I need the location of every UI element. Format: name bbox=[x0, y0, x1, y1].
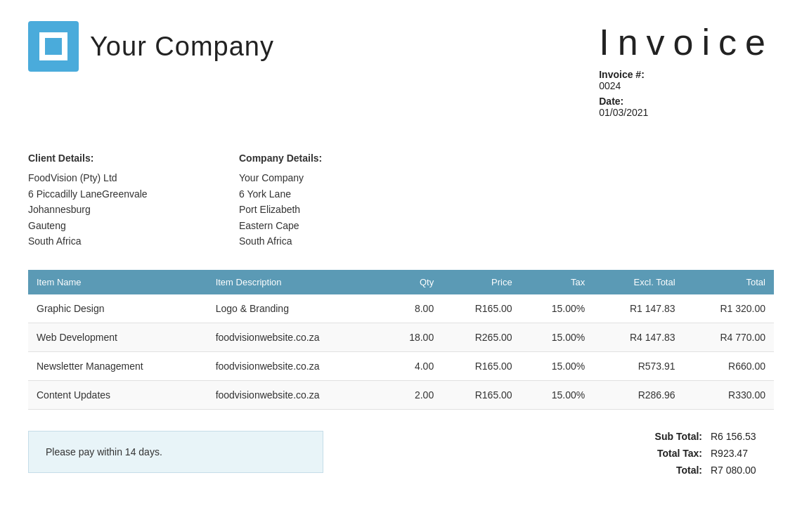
cell-tax: 15.00% bbox=[521, 381, 594, 410]
total-tax-row: Total Tax: R923.47 bbox=[577, 448, 774, 459]
invoice-title-section: Invoice Invoice #: 0024 Date: 01/03/2021 bbox=[599, 21, 774, 122]
totals-section: Sub Total: R6 156.53 Total Tax: R923.47 … bbox=[577, 431, 774, 481]
company-name-header: Your Company bbox=[90, 32, 274, 62]
col-price: Price bbox=[442, 270, 520, 294]
col-total: Total bbox=[684, 270, 774, 294]
date-value: 01/03/2021 bbox=[599, 107, 774, 118]
footer-section: Please pay within 14 days. Sub Total: R6… bbox=[28, 431, 774, 481]
cell-excl-total: R573.91 bbox=[593, 352, 683, 381]
company-name: Your Company bbox=[239, 170, 408, 186]
client-address-line1: 6 Piccadilly LaneGreenvale bbox=[28, 186, 197, 202]
company-city: Port Elizabeth bbox=[239, 202, 408, 217]
cell-qty: 8.00 bbox=[382, 294, 443, 323]
col-item-name: Item Name bbox=[28, 270, 207, 294]
cell-item-name: Graphic Design bbox=[28, 294, 207, 323]
cell-price: R265.00 bbox=[442, 323, 520, 352]
invoice-number-value: 0024 bbox=[599, 80, 774, 91]
invoice-header: Your Company Invoice Invoice #: 0024 Dat… bbox=[28, 21, 774, 122]
total-label: Total: bbox=[632, 465, 702, 476]
total-row: Total: R7 080.00 bbox=[577, 465, 774, 476]
sub-total-value: R6 156.53 bbox=[711, 431, 774, 442]
svg-rect-3 bbox=[45, 38, 62, 55]
col-qty: Qty bbox=[382, 270, 443, 294]
cell-tax: 15.00% bbox=[521, 294, 594, 323]
col-tax: Tax bbox=[521, 270, 594, 294]
invoice-table: Item Name Item Description Qty Price Tax… bbox=[28, 270, 774, 410]
date-label: Date: bbox=[599, 96, 774, 107]
client-name: FoodVision (Pty) Ltd bbox=[28, 170, 197, 186]
invoice-title: Invoice bbox=[599, 21, 774, 63]
cell-tax: 15.00% bbox=[521, 352, 594, 381]
cell-item-name: Content Updates bbox=[28, 381, 207, 410]
payment-note: Please pay within 14 days. bbox=[28, 431, 323, 473]
client-country: South Africa bbox=[28, 233, 197, 249]
cell-excl-total: R286.96 bbox=[593, 381, 683, 410]
details-section: Client Details: FoodVision (Pty) Ltd 6 P… bbox=[28, 150, 774, 249]
cell-total: R330.00 bbox=[684, 381, 774, 410]
table-header: Item Name Item Description Qty Price Tax… bbox=[28, 270, 774, 294]
table-row: Web Development foodvisionwebsite.co.za … bbox=[28, 323, 774, 352]
table-row: Content Updates foodvisionwebsite.co.za … bbox=[28, 381, 774, 410]
cell-price: R165.00 bbox=[442, 381, 520, 410]
cell-qty: 4.00 bbox=[382, 352, 443, 381]
cell-qty: 2.00 bbox=[382, 381, 443, 410]
cell-tax: 15.00% bbox=[521, 323, 594, 352]
sub-total-row: Sub Total: R6 156.53 bbox=[577, 431, 774, 442]
logo-section: Your Company bbox=[28, 21, 274, 72]
company-details-title: Company Details: bbox=[239, 150, 408, 166]
client-city: Johannesburg bbox=[28, 202, 197, 217]
cell-excl-total: R1 147.83 bbox=[593, 294, 683, 323]
cell-excl-total: R4 147.83 bbox=[593, 323, 683, 352]
cell-item-description: Logo & Branding bbox=[207, 294, 382, 323]
cell-price: R165.00 bbox=[442, 294, 520, 323]
invoice-number-label: Invoice #: bbox=[599, 69, 774, 80]
company-country: South Africa bbox=[239, 233, 408, 249]
invoice-meta: Invoice #: 0024 Date: 01/03/2021 bbox=[599, 69, 774, 118]
cell-total: R660.00 bbox=[684, 352, 774, 381]
company-details: Company Details: Your Company 6 York Lan… bbox=[239, 150, 408, 249]
cell-item-description: foodvisionwebsite.co.za bbox=[207, 323, 382, 352]
cell-item-description: foodvisionwebsite.co.za bbox=[207, 352, 382, 381]
client-details: Client Details: FoodVision (Pty) Ltd 6 P… bbox=[28, 150, 197, 249]
cell-item-name: Newsletter Management bbox=[28, 352, 207, 381]
table-row: Newsletter Management foodvisionwebsite.… bbox=[28, 352, 774, 381]
col-excl-total: Excl. Total bbox=[593, 270, 683, 294]
table-row: Graphic Design Logo & Branding 8.00 R165… bbox=[28, 294, 774, 323]
company-logo-icon bbox=[28, 21, 79, 72]
client-details-title: Client Details: bbox=[28, 150, 197, 166]
total-value: R7 080.00 bbox=[711, 465, 774, 476]
table-body: Graphic Design Logo & Branding 8.00 R165… bbox=[28, 294, 774, 410]
cell-total: R1 320.00 bbox=[684, 294, 774, 323]
company-province: Eastern Cape bbox=[239, 218, 408, 233]
cell-item-description: foodvisionwebsite.co.za bbox=[207, 381, 382, 410]
sub-total-label: Sub Total: bbox=[632, 431, 702, 442]
total-tax-label: Total Tax: bbox=[632, 448, 702, 459]
cell-qty: 18.00 bbox=[382, 323, 443, 352]
company-address-line1: 6 York Lane bbox=[239, 186, 408, 202]
total-tax-value: R923.47 bbox=[711, 448, 774, 459]
col-item-description: Item Description bbox=[207, 270, 382, 294]
cell-total: R4 770.00 bbox=[684, 323, 774, 352]
client-province: Gauteng bbox=[28, 218, 197, 233]
cell-price: R165.00 bbox=[442, 352, 520, 381]
cell-item-name: Web Development bbox=[28, 323, 207, 352]
